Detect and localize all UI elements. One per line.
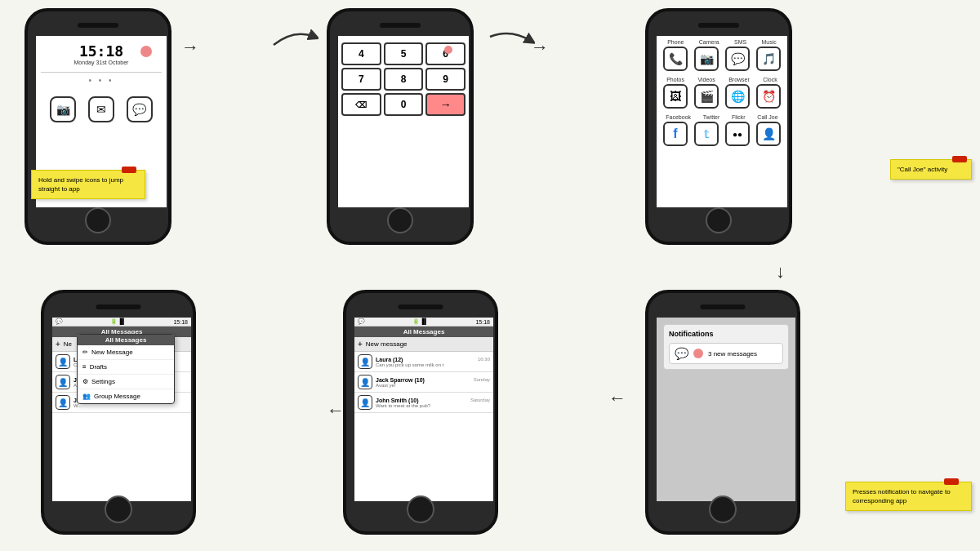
arrow-curve-2 (486, 24, 535, 49)
camera-icon[interactable]: 📷 (694, 47, 719, 71)
arrow-right-2: → (531, 37, 549, 58)
phone5-speaker (399, 304, 443, 309)
sticky-note-3: Presses notification to navigate to corr… (845, 482, 972, 511)
photos-icon[interactable]: 🖼 (663, 84, 688, 109)
browser-icon[interactable]: 🌐 (725, 84, 750, 109)
phone4-speaker (96, 304, 141, 309)
phone4-avatar-3: 👤 (56, 395, 70, 410)
sticky-note-1-tab (122, 167, 136, 173)
phone1-camera-icon[interactable]: 📷 (50, 96, 76, 122)
group-icon: 👥 (82, 393, 91, 400)
key-0[interactable]: 0 (384, 93, 424, 116)
app-twitter[interactable]: 𝕥 (692, 122, 721, 147)
phone4-new-label: Ne (64, 340, 72, 348)
dropdown-drafts[interactable]: ≡ Drafts (78, 360, 174, 375)
phone-icon[interactable]: 📞 (663, 47, 688, 71)
phone5-msg-header: All Messages (354, 327, 493, 337)
phone5-msg-row-1[interactable]: 👤 Laura (12) 16:30 Can you pick up some … (354, 352, 493, 372)
phone1-date: Monday 31st October (36, 60, 167, 65)
phone5-sender-3: John Smith (10) (376, 398, 419, 403)
app-sms[interactable]: 💬 (723, 47, 752, 72)
sticky-note-1-text: Hold and swipe icons to jump straight to… (38, 176, 123, 193)
sticky-note-1: Hold and swipe icons to jump straight to… (31, 170, 145, 199)
phone1-mail-icon[interactable]: ✉ (88, 96, 114, 122)
phone2-home-button[interactable] (387, 207, 413, 233)
facebook-icon[interactable]: f (663, 122, 688, 146)
calljoe-icon[interactable]: 👤 (756, 122, 781, 146)
phone4-screen: 💬 🔋▐▌ 15:18 All Messages + Ne 👤 L... C..… (52, 318, 191, 501)
dropdown-group[interactable]: 👥 Group Message (78, 389, 174, 403)
phone1-speaker (78, 23, 118, 28)
app-phone[interactable]: 📞 (661, 47, 690, 72)
music-icon[interactable]: 🎵 (756, 47, 781, 71)
phone3-labels-row2: Photos Videos Browser Clock (657, 73, 787, 82)
phone6-notification-item[interactable]: 💬 3 new messages (669, 343, 783, 364)
phone-4-messages-menu: 💬 🔋▐▌ 15:18 All Messages + Ne 👤 L... C..… (41, 290, 196, 535)
pencil-icon: ✏ (82, 349, 88, 356)
phone4-dropdown[interactable]: All Messages ✏ New Message ≡ Drafts ⚙ Se… (77, 334, 175, 404)
key-9[interactable]: 9 (425, 68, 466, 91)
arrow-down-1: ↓ (776, 261, 785, 282)
label-clock: Clock (763, 77, 777, 82)
phone4-home-button[interactable] (105, 495, 132, 523)
phone6-home-button[interactable] (709, 495, 737, 523)
phone1-icons: 📷 ✉ 💬 (36, 88, 167, 131)
phone5-msg-row-2[interactable]: 👤 Jack Sparrow (10) Sunday Avast ye! (354, 372, 493, 393)
label-phone: Phone (667, 39, 684, 45)
key-backspace[interactable]: ⌫ (341, 93, 381, 116)
phone3-speaker (698, 23, 739, 28)
phone3-header-row: Phone Camera SMS Music (657, 36, 787, 45)
phone3-home-button[interactable] (706, 207, 732, 233)
arrow-curve-1 (270, 24, 318, 49)
key-8[interactable]: 8 (384, 68, 424, 91)
app-browser[interactable]: 🌐 (723, 84, 752, 109)
label-sms: SMS (734, 39, 746, 45)
sms-icon[interactable]: 💬 (725, 47, 750, 71)
key-5[interactable]: 5 (384, 42, 424, 65)
drafts-icon: ≡ (82, 363, 87, 371)
app-facebook[interactable]: f (661, 122, 690, 147)
phone4-status-icon: 💬 (56, 318, 63, 325)
key-7[interactable]: 7 (341, 68, 381, 91)
app-calljoe[interactable]: 👤 (754, 122, 783, 147)
dropdown-new-message[interactable]: ✏ New Message (78, 345, 174, 360)
phone5-msg-text-1: Laura (12) 16:30 Can you pick up some mi… (376, 357, 490, 367)
sticky-note-2-tab (952, 156, 967, 162)
label-twitter: Twitter (703, 114, 720, 120)
phone5-msg-text-2: Jack Sparrow (10) Sunday Avast ye! (376, 377, 490, 388)
phone5-time-2: Sunday (474, 377, 490, 383)
phone2-screen: 4 5 6 7 8 9 ⌫ 0 → (338, 36, 469, 207)
phone5-new-message-btn[interactable]: + New message (354, 337, 493, 352)
app-camera[interactable]: 📷 (692, 47, 721, 72)
app-flickr[interactable]: ●● (723, 122, 752, 147)
phone6-speaker (701, 304, 746, 309)
phone4-time: 15:18 (173, 319, 188, 325)
phone5-msg-row-3[interactable]: 👤 John Smith (10) Saturday Want to meet … (354, 393, 493, 413)
flickr-icon[interactable]: ●● (725, 122, 750, 146)
phone5-home-button[interactable] (407, 495, 434, 523)
twitter-icon[interactable]: 𝕥 (694, 122, 719, 146)
phone1-dot-indicator (140, 46, 152, 57)
phone2-speaker (380, 23, 421, 28)
videos-icon[interactable]: 🎬 (694, 84, 719, 109)
app-clock[interactable]: ⏰ (754, 84, 783, 109)
sticky-note-2: "Call Joe" activity (890, 159, 972, 180)
app-photos[interactable]: 🖼 (661, 84, 690, 109)
dropdown-new-label: New Message (91, 349, 133, 356)
key-enter[interactable]: → (425, 93, 466, 116)
phone5-time-3: Saturday (470, 398, 490, 403)
dropdown-settings[interactable]: ⚙ Settings (78, 375, 174, 389)
phone5-avatar-1: 👤 (358, 354, 372, 369)
label-videos: Videos (697, 77, 715, 82)
phone5-time-1: 16:30 (478, 357, 490, 362)
phone5-preview-2: Avast ye! (376, 383, 490, 388)
phone1-home-button[interactable] (85, 207, 111, 233)
app-music[interactable]: 🎵 (754, 47, 783, 72)
key-4[interactable]: 4 (341, 42, 381, 65)
clock-icon[interactable]: ⏰ (756, 84, 781, 109)
phone1-chat-icon[interactable]: 💬 (127, 96, 153, 122)
arrow-left-1: ← (608, 388, 626, 409)
phone-6-notifications: Notifications 💬 3 new messages (645, 290, 800, 535)
phone5-avatar-3: 👤 (358, 395, 372, 410)
app-videos[interactable]: 🎬 (692, 84, 721, 109)
